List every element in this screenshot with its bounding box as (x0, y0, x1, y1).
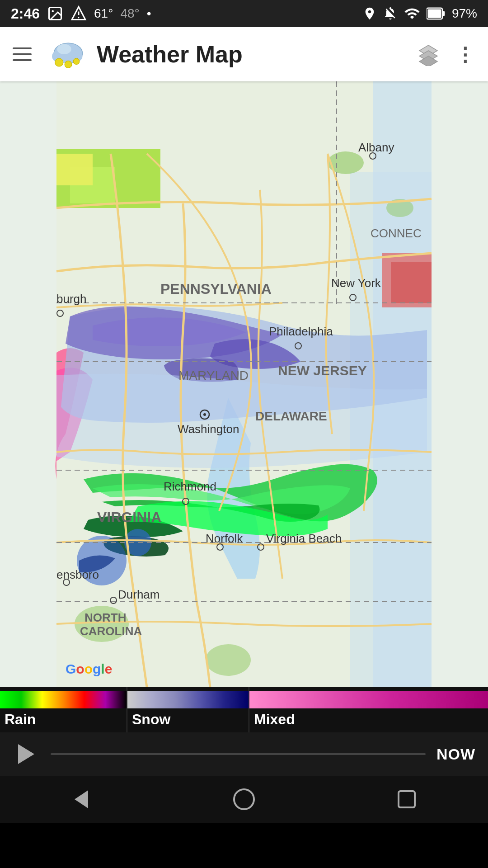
svg-point-12 (55, 58, 63, 66)
svg-text:Albany: Albany (358, 141, 394, 154)
svg-text:CONNEC: CONNEC (371, 226, 422, 240)
svg-text:Philadelphia: Philadelphia (269, 325, 333, 338)
svg-point-4 (78, 17, 80, 19)
legend-rain: Rain (0, 687, 127, 732)
svg-point-69 (234, 789, 254, 809)
svg-rect-7 (428, 9, 441, 18)
playback-bar: NOW (0, 732, 488, 776)
wifi-icon (404, 5, 420, 22)
svg-rect-23 (56, 154, 93, 185)
more-options-button[interactable]: ⋮ (454, 40, 475, 69)
now-label: NOW (436, 745, 475, 763)
menu-button[interactable] (13, 41, 40, 68)
svg-text:Richmond: Richmond (164, 480, 216, 493)
svg-text:NORTH: NORTH (84, 611, 126, 624)
nav-bar (0, 776, 488, 823)
svg-text:Durham: Durham (118, 588, 160, 601)
svg-text:Norfolk: Norfolk (206, 532, 243, 545)
layers-button[interactable] (414, 40, 443, 69)
status-bar: 2:46 61° 48° • 97% (0, 0, 488, 27)
play-icon (18, 744, 34, 764)
legend-snow-label: Snow (127, 708, 249, 728)
back-button[interactable] (59, 781, 104, 817)
svg-text:Google: Google (66, 661, 112, 676)
temp-high: 61° (94, 6, 113, 21)
app-bar: Weather Map ⋮ (0, 27, 488, 81)
svg-point-14 (73, 58, 80, 65)
app-logo (48, 34, 89, 75)
home-button[interactable] (221, 781, 267, 817)
legend-snow: Snow (127, 687, 249, 732)
back-icon (68, 786, 95, 813)
recents-icon (393, 786, 420, 813)
image-icon (47, 5, 63, 22)
status-time: 2:46 (11, 5, 40, 22)
svg-rect-6 (442, 11, 445, 16)
recents-button[interactable] (384, 781, 429, 817)
app-title: Weather Map (97, 41, 414, 68)
svg-rect-70 (399, 791, 415, 807)
svg-text:Washington: Washington (178, 422, 239, 436)
svg-text:CAROLINA: CAROLINA (80, 624, 142, 638)
svg-point-1 (52, 10, 54, 13)
play-button[interactable] (13, 741, 40, 768)
notifications-off-icon (383, 6, 398, 21)
svg-text:VIRGINIA: VIRGINIA (97, 509, 161, 525)
svg-text:NEW JERSEY: NEW JERSEY (278, 363, 367, 378)
svg-point-11 (57, 44, 71, 55)
svg-text:New York: New York (331, 276, 381, 290)
svg-text:MARYLAND: MARYLAND (178, 368, 249, 382)
svg-text:PENNSYLVANIA: PENNSYLVANIA (160, 281, 272, 297)
battery-percent: 97% (452, 6, 477, 21)
svg-rect-29 (391, 262, 432, 303)
svg-point-27 (206, 644, 251, 676)
svg-text:ensboro: ensboro (56, 568, 99, 581)
location-icon (362, 6, 377, 21)
svg-marker-68 (75, 790, 88, 808)
svg-text:Virginia Beach: Virginia Beach (266, 532, 342, 545)
svg-text:DELAWARE: DELAWARE (255, 409, 327, 423)
svg-text:burgh: burgh (56, 292, 87, 306)
map-svg: PENNSYLVANIA MARYLAND NEW JERSEY DELAWAR… (0, 81, 488, 687)
battery-icon (427, 7, 446, 20)
legend-mixed: Mixed (249, 687, 488, 732)
home-icon (230, 786, 258, 813)
map-container[interactable]: PENNSYLVANIA MARYLAND NEW JERSEY DELAWAR… (0, 81, 488, 687)
svg-point-13 (65, 61, 72, 68)
timeline[interactable] (51, 753, 426, 755)
temp-low: 48° (120, 6, 139, 21)
legend-rain-label: Rain (0, 708, 127, 728)
legend-mixed-label: Mixed (249, 708, 488, 728)
legend-bar: Rain Snow Mixed (0, 687, 488, 732)
alert-icon (70, 5, 87, 22)
svg-point-53 (203, 413, 206, 416)
